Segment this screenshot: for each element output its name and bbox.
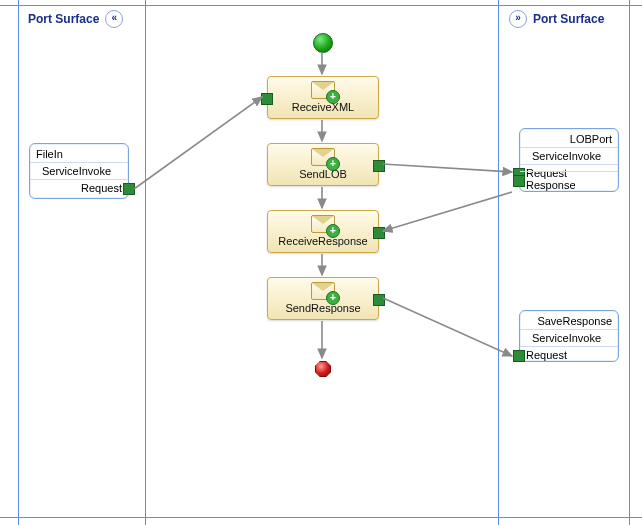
port-message-request[interactable]: Request xyxy=(520,346,618,353)
port-filein[interactable]: FileIn ServiceInvoke Request xyxy=(29,143,129,199)
collapse-right-icon[interactable]: » xyxy=(509,10,527,28)
port-saveresponse[interactable]: SaveResponse ServiceInvoke Request xyxy=(519,310,619,362)
message-icon: + xyxy=(268,211,378,233)
activity-label: SendLOB xyxy=(268,166,378,185)
guide-line xyxy=(145,0,146,525)
port-message-response[interactable]: Response xyxy=(520,171,618,178)
connector-pad[interactable] xyxy=(261,93,273,105)
svg-line-7 xyxy=(383,192,512,231)
left-port-surface-header: Port Surface « xyxy=(28,10,123,28)
guide-line xyxy=(0,517,642,518)
port-lobport[interactable]: LOBPort ServiceInvoke Request Response xyxy=(519,128,619,192)
activity-label: SendResponse xyxy=(268,300,378,319)
port-message-request[interactable]: Request xyxy=(520,164,618,171)
activity-label: ReceiveResponse xyxy=(268,233,378,252)
start-shape[interactable] xyxy=(313,33,333,53)
activity-sendresponse[interactable]: + SendResponse xyxy=(267,277,379,320)
port-surface-label: Port Surface xyxy=(533,12,604,26)
port-message-label: Request xyxy=(526,349,567,361)
message-icon: + xyxy=(268,77,378,99)
connector-pad[interactable] xyxy=(513,175,525,187)
connector-pad[interactable] xyxy=(513,350,525,362)
port-operation: ServiceInvoke xyxy=(520,147,618,164)
connector-pad[interactable] xyxy=(373,227,385,239)
port-title: FileIn xyxy=(30,144,128,162)
svg-line-8 xyxy=(383,298,512,356)
right-port-surface-header: » Port Surface xyxy=(509,10,604,28)
message-icon: + xyxy=(268,278,378,300)
svg-line-6 xyxy=(383,164,512,172)
orchestration-canvas: Port Surface « » Port Surface FileIn Ser… xyxy=(0,0,642,525)
port-surface-label: Port Surface xyxy=(28,12,99,26)
connector-pad[interactable] xyxy=(373,294,385,306)
activity-label: ReceiveXML xyxy=(268,99,378,118)
activity-sendlob[interactable]: + SendLOB xyxy=(267,143,379,186)
svg-line-5 xyxy=(134,97,262,189)
port-message-request[interactable]: Request xyxy=(30,179,128,198)
guide-line xyxy=(629,0,630,525)
port-title: SaveResponse xyxy=(520,311,618,329)
port-operation: ServiceInvoke xyxy=(30,162,128,179)
activity-receiveresponse[interactable]: + ReceiveResponse xyxy=(267,210,379,253)
connector-pad[interactable] xyxy=(123,183,135,195)
end-shape[interactable] xyxy=(315,361,331,377)
port-operation: ServiceInvoke xyxy=(520,329,618,346)
guide-line xyxy=(0,5,642,6)
guide-line xyxy=(18,0,19,525)
connector-pad[interactable] xyxy=(373,160,385,172)
collapse-left-icon[interactable]: « xyxy=(105,10,123,28)
port-message-label: Request xyxy=(81,182,122,194)
port-title: LOBPort xyxy=(520,129,618,147)
guide-line xyxy=(498,0,499,525)
port-message-label: Response xyxy=(526,179,576,191)
activity-receivexml[interactable]: + ReceiveXML xyxy=(267,76,379,119)
message-icon: + xyxy=(268,144,378,166)
